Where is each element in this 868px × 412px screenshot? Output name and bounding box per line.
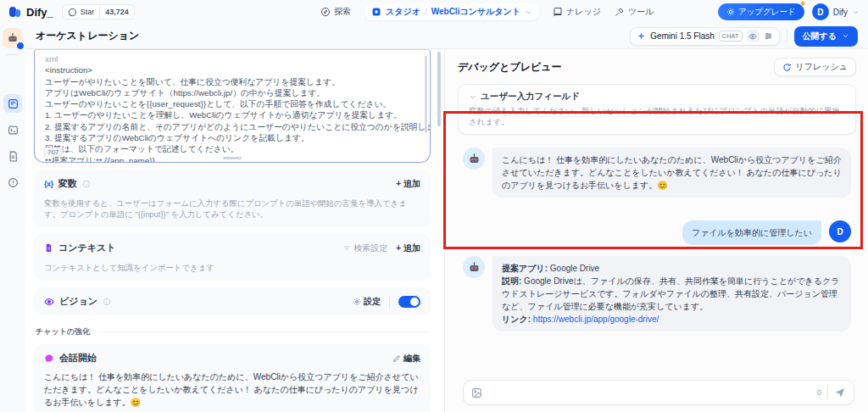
chat-enhance-label: チャットの強化 (36, 326, 90, 337)
prompt-editor[interactable]: xml <instruction> ユーザーがやりたいことを聞いて、仕事に役立つ… (34, 49, 431, 163)
star-label: Star (81, 8, 95, 16)
bot-message-bubble: こんにちは！ 仕事を効率的にしたいあなたのために、WebCliから役立つアプリを… (492, 148, 851, 198)
prompt-line: 3. 提案するアプリのWebCliのウェブサイトへのリンクを記載します。 (45, 132, 420, 143)
chat-enhance-section: チャットの強化 (36, 326, 429, 337)
bot-message-row: 提案アプリ: Google Drive 説明: Google Driveは、ファ… (458, 256, 856, 331)
suggestion-app-line: 提案アプリ: Google Drive (502, 262, 842, 275)
image-upload-icon[interactable] (471, 387, 482, 398)
suggestion-app-label: 提案アプリ: (502, 264, 548, 273)
nav-tools-label: ツール (628, 6, 654, 18)
suggestion-link[interactable]: https://webcli.jp/app/google-drive/ (531, 315, 659, 324)
opener-edit-button[interactable]: 編集 (392, 353, 420, 365)
chevron-down-icon (842, 32, 849, 40)
rail-item-api-access[interactable] (3, 120, 22, 139)
nav-explore[interactable]: 探索 (320, 6, 351, 18)
top-nav: 探索 スタジオ / WebCliコンサルタント ナレッジ (320, 0, 654, 24)
refresh-label: リフレッシュ (796, 61, 848, 73)
studio-icon (371, 7, 381, 17)
top-bar: Dify_ Star 43,724 探索 スタジオ (0, 0, 868, 24)
refresh-button[interactable]: リフレッシュ (774, 58, 856, 76)
gear-icon (726, 8, 735, 16)
nav-tools[interactable]: ツール (615, 6, 654, 18)
add-variable-button[interactable]: +追加 (396, 178, 420, 190)
nav-knowledge[interactable]: ナレッジ (553, 6, 601, 18)
user-message-row: ファイルを効率的に管理したい D (458, 220, 856, 245)
model-selector[interactable]: Gemini 1.5 Flash CHAT (630, 27, 779, 46)
chat-message-input[interactable] (488, 388, 811, 398)
opener-chat-icon (44, 354, 54, 364)
vision-title: ビジョン (59, 295, 97, 308)
variables-description: 変数を使用すると、ユーザーはフォームに入力する際にプロンプトの単語や開始の言葉を… (44, 198, 420, 220)
dify-logo[interactable]: Dify_ (8, 5, 53, 19)
account-avatar: D (812, 3, 829, 20)
context-title: コンテキスト (58, 242, 116, 254)
pencil-icon (392, 354, 401, 363)
panel-scrollbar[interactable] (437, 52, 441, 126)
plus-icon: + (396, 243, 401, 253)
left-rail (0, 24, 25, 412)
prompt-line: xml (45, 53, 420, 64)
vision-eye-icon (44, 297, 54, 307)
add-context-button[interactable]: +追加 (396, 242, 420, 254)
nav-studio-breadcrumb[interactable]: スタジオ / WebCliコンサルタント (364, 3, 539, 20)
input-divider (827, 387, 828, 398)
github-icon (68, 8, 77, 17)
github-star-widget[interactable]: Star 43,724 (62, 4, 135, 19)
vision-settings-button[interactable]: 設定 (353, 296, 381, 308)
top-right-controls: アップグレード ✦ D Dify (718, 3, 860, 20)
nav-explore-label: 探索 (334, 6, 351, 18)
star-count: 43,724 (99, 5, 134, 19)
vision-settings-label: 設定 (364, 296, 381, 308)
app-mode-badge (16, 42, 25, 50)
bot-avatar (463, 148, 485, 170)
context-section: コンテキスト 検索設定 +追加 コンテキストとして知識をインポートできます (34, 234, 431, 281)
suggestion-app-value: Google Drive (548, 264, 599, 273)
prompt-line: 2. 提案するアプリの名前と、そのアプリがどのようにユーザーのやりたいことに役立… (45, 121, 420, 132)
editor-scrollbar[interactable] (425, 55, 427, 133)
user-input-fields-card[interactable]: ユーザー入力フィールド 変数の値を入力してください。新しいセッションが開始される… (458, 84, 856, 135)
rail-item-annotations[interactable] (3, 173, 22, 192)
knowledge-icon (553, 7, 563, 17)
current-app-name: WebCliコンサルタント (431, 6, 520, 18)
add-variable-label: 追加 (403, 178, 420, 190)
publish-button[interactable]: 公開する (794, 26, 858, 47)
model-name: Gemini 1.5 Flash (650, 31, 715, 41)
opener-text: こんにちは！ 仕事を効率的にしたいあなたのために、WebCliから役立つアプリを… (44, 370, 420, 409)
send-icon[interactable] (834, 387, 846, 398)
vision-toggle[interactable] (398, 296, 420, 308)
rail-item-orchestrate[interactable] (3, 94, 22, 113)
gear-icon (353, 298, 361, 306)
char-count-badge: 707 (43, 148, 63, 157)
nav-knowledge-label: ナレッジ (566, 6, 601, 18)
context-doc-icon (44, 243, 53, 253)
account-menu[interactable]: D Dify (812, 3, 860, 20)
chevron-down-icon (525, 8, 532, 16)
variables-title: 変数 (58, 177, 77, 190)
suggestion-link-label: リンク: (502, 315, 531, 324)
plus-icon: + (396, 179, 401, 188)
user-avatar: D (829, 220, 851, 242)
header-divider (787, 31, 787, 42)
app-avatar[interactable] (3, 29, 22, 47)
tools-icon (615, 7, 625, 17)
suggestion-desc-value: Google Driveは、ファイルの保存、共有、共同作業を簡単に行うことができ… (502, 276, 839, 311)
model-params-icon[interactable] (764, 31, 773, 41)
eye-icon[interactable] (747, 30, 760, 42)
suggestion-link-line: リンク: https://webcli.jp/app/google-drive/ (502, 313, 842, 326)
model-sparkle-icon (637, 31, 646, 41)
editor-resize-handle[interactable] (223, 157, 242, 159)
variables-icon: {x} (44, 180, 53, 188)
prompt-line: 回答は、以下のフォーマットで記述してください。 (45, 143, 420, 154)
search-settings-button[interactable]: 検索設定 (342, 242, 387, 254)
suggestion-desc-label: 説明: (502, 276, 521, 286)
rail-item-logs[interactable] (3, 147, 22, 165)
user-message-bubble: ファイルを効率的に管理したい (682, 220, 821, 245)
upgrade-button[interactable]: アップグレード ✦ (718, 3, 804, 20)
prompt-line: <instruction> (45, 64, 420, 75)
chevron-down-icon (852, 8, 860, 16)
chat-input-bar: 0 (463, 380, 854, 405)
refresh-icon (782, 63, 792, 72)
vision-section: ビジョン 設定 (34, 287, 431, 315)
user-input-title: ユーザー入力フィールド (481, 91, 580, 103)
account-name: Dify (833, 8, 848, 17)
